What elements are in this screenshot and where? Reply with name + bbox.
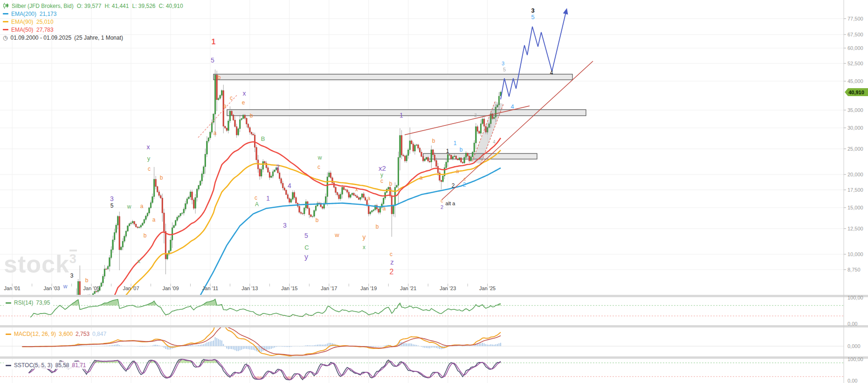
wave-label: 5: [211, 57, 214, 63]
rsi-label: RSI(14): [14, 299, 33, 306]
wave-label: a: [140, 203, 144, 209]
wave-label: y: [363, 234, 366, 240]
wave-label: b: [218, 75, 221, 80]
ema200-label: EMA(200): [11, 11, 36, 17]
stoch-scale-top: 100,00: [847, 356, 863, 362]
ema50-row[interactable]: EMA(50) 27,783: [3, 26, 186, 34]
wave-label: 2: [463, 182, 466, 188]
rsi-scale-bottom: 0,00: [847, 321, 857, 327]
x-axis-label: Jan '15: [281, 286, 297, 291]
wave-label: e: [242, 100, 245, 105]
wave-label: c: [390, 251, 393, 257]
x-axis-label: Jan '17: [321, 286, 337, 291]
current-price-tag: 40,910: [845, 88, 868, 96]
macd-legend[interactable]: MACD(12, 26, 9) 3,600 2,753 0,847: [4, 330, 109, 338]
wave-label: b: [432, 138, 435, 144]
low-value: L: 39,526: [132, 3, 155, 9]
wave-label: 5: [503, 67, 506, 72]
wave-label: c: [255, 195, 257, 201]
x-axis-label: Jan '19: [360, 286, 377, 291]
wave-label: z: [390, 258, 394, 265]
wave-label: a: [383, 206, 386, 211]
wave-label: b: [316, 217, 319, 223]
date-range: 01.09.2000 - 01.09.2025: [10, 35, 71, 41]
x-axis-label: Jan '11: [202, 286, 218, 291]
wave-label: 4: [550, 70, 553, 76]
ema200-value: 21,173: [40, 11, 57, 17]
ema200-row[interactable]: EMA(200) 21,173: [3, 10, 186, 18]
wave-label: 1: [454, 140, 457, 146]
wave-label: w: [63, 284, 68, 289]
price-axis-label: 20,000: [847, 172, 863, 177]
ema90-value: 25,010: [36, 19, 54, 25]
high-value: H: 41,441: [104, 3, 129, 9]
wave-label: 1: [446, 148, 449, 154]
wave-label: c: [380, 178, 383, 184]
wave-label: w: [335, 232, 339, 238]
price-axis-label: 67,500: [847, 32, 863, 37]
wave-label: x: [363, 244, 365, 250]
price-chart-svg[interactable]: [0, 0, 868, 383]
wave-label: 4: [510, 104, 514, 110]
x-axis-label: Jan '13: [241, 286, 258, 291]
price-axis-label: 30,000: [847, 125, 863, 131]
close-value: C: 40,910: [159, 3, 183, 9]
wave-label: 4: [493, 140, 496, 145]
wave-label: B: [261, 136, 265, 142]
wave-label: c: [464, 177, 466, 181]
x-axis-label: Jan '23: [440, 286, 456, 291]
wave-label: a: [367, 195, 371, 201]
x-axis-label: Jan '05: [83, 286, 100, 291]
wave-label: b: [85, 278, 89, 283]
wave-label: y: [304, 253, 308, 261]
chart-legend: Silber (JFD Brokers, Bid)O: 39,577H: 41,…: [3, 2, 186, 42]
symbol-label: Silber (JFD Brokers, Bid): [12, 3, 74, 9]
price-axis-label: 45,000: [847, 78, 863, 84]
wave-label: a: [214, 130, 217, 136]
wave-label: 2: [390, 268, 394, 276]
price-axis-label: 15,000: [847, 205, 863, 210]
macd-scale-zero: 0,000: [847, 343, 861, 349]
wave-label: x: [243, 90, 246, 97]
wave-label: c: [441, 198, 443, 203]
stoch-scale-bottom: 0,00: [847, 378, 857, 383]
stoch-k-value: 85,58: [55, 362, 69, 369]
wave-label: x: [355, 187, 358, 192]
open-value: O: 39,577: [77, 3, 102, 9]
wave-label: 3: [283, 222, 287, 229]
drawings: [198, 8, 593, 200]
x-axis-label: Jan '21: [400, 286, 416, 291]
ema90-swatch: [3, 21, 8, 22]
macd-signal-value: 2,753: [76, 331, 90, 337]
wave-label: x2: [379, 165, 386, 172]
wave-label: b: [144, 233, 147, 238]
price-axis-label: 10,000: [847, 251, 863, 257]
wave-label: y: [147, 155, 151, 161]
wave-label: c: [317, 164, 320, 170]
wave-label: 3: [531, 7, 534, 14]
wave-label: a: [456, 168, 459, 174]
rsi-legend[interactable]: RSI(14) 73,95: [4, 299, 53, 306]
price-axis-label: 12,500: [847, 226, 863, 231]
wave-label: alt a: [446, 201, 455, 206]
chart-window: stock3 Silber (JFD Brokers, Bid)O: 39,57…: [0, 0, 868, 383]
macd-swatch: [6, 334, 11, 335]
stoch-label: SSTOC(5, 5, 3): [14, 362, 52, 369]
x-axis-label: Jan '09: [162, 286, 179, 291]
candlestick-icon: [3, 3, 9, 9]
ema90-row[interactable]: EMA(90) 25,010: [3, 18, 186, 26]
wave-label: 3: [110, 195, 114, 202]
wave-label: b: [376, 224, 379, 230]
wave-label: x: [138, 258, 140, 264]
date-range-row: ◷ 01.09.2000 - 01.09.2025 (25 Jahre, 1 M…: [3, 34, 186, 42]
wave-label: a: [152, 217, 156, 223]
wave-label: 1: [400, 112, 403, 118]
macd-hist-value: 0,847: [92, 331, 106, 337]
ema200-swatch: [3, 13, 8, 14]
x-axis-label: Jan '25: [479, 286, 496, 291]
date-range-detail: (25 Jahre, 1 Monat): [74, 35, 123, 41]
symbol-row[interactable]: Silber (JFD Brokers, Bid)O: 39,577H: 41,…: [3, 2, 186, 10]
stoch-legend[interactable]: SSTOC(5, 5, 3) 85,58 81,71: [4, 362, 89, 369]
stock3-watermark: stock3: [4, 250, 77, 278]
wave-label: C: [304, 244, 309, 251]
